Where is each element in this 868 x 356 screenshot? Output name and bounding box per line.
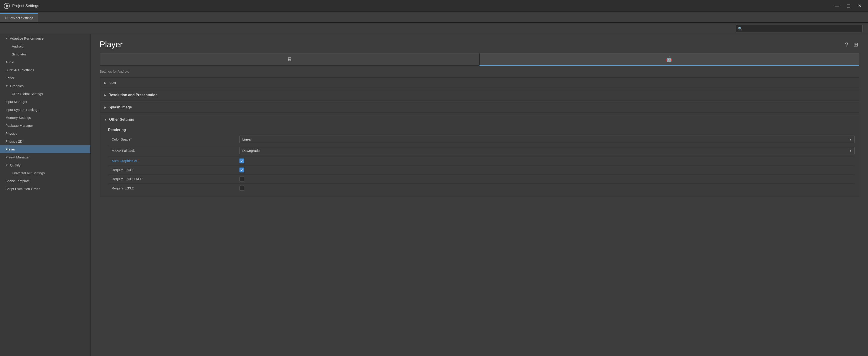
sidebar-item-label: Memory Settings: [5, 116, 31, 120]
platform-tab-pc[interactable]: 🖥: [100, 53, 479, 66]
sidebar-item-graphics[interactable]: ▼ Graphics: [0, 82, 90, 90]
sidebar-item-label: Physics: [5, 131, 17, 135]
sidebar-item-label: Input Manager: [5, 100, 27, 104]
pc-icon: 🖥: [287, 56, 292, 62]
section-resolution-header[interactable]: ▶ Resolution and Presentation: [100, 90, 859, 100]
setting-auto-graphics-api: Auto Graphics API: [108, 156, 855, 165]
sidebar-item-physics[interactable]: Physics: [0, 129, 90, 137]
sidebar-item-adaptive-performance[interactable]: ▼ Adaptive Performance: [0, 34, 90, 42]
sidebar-item-preset-manager[interactable]: Preset Manager: [0, 153, 90, 161]
layout-button[interactable]: ⊞: [852, 40, 859, 48]
sidebar-item-universal-rp[interactable]: Universal RP Settings: [0, 169, 90, 177]
title-bar-text: Project Settings: [12, 4, 39, 8]
color-space-dropdown[interactable]: Linear Gamma: [239, 136, 855, 143]
sidebar-item-label: Preset Manager: [5, 155, 30, 159]
sidebar-item-burst-aot[interactable]: Burst AOT Settings: [0, 66, 90, 74]
tab-label: Project Settings: [9, 16, 33, 20]
platform-tab-android[interactable]: 🤖: [479, 53, 859, 66]
sidebar-item-memory-settings[interactable]: Memory Settings: [0, 114, 90, 122]
sidebar-item-android[interactable]: Android: [0, 42, 90, 50]
section-other-header[interactable]: ▼ Other Settings: [100, 114, 859, 125]
sidebar-item-editor[interactable]: Editor: [0, 74, 90, 82]
gear-icon: ⚙: [4, 16, 8, 20]
section-arrow-icon: ▶: [104, 94, 106, 97]
sidebar-item-label: Adaptive Performance: [10, 36, 43, 40]
require-es31-checkbox[interactable]: [239, 167, 244, 172]
app-icon: [4, 3, 10, 9]
tab-bar: ⚙ Project Settings: [0, 12, 868, 23]
sidebar-item-label: Audio: [5, 60, 14, 64]
search-input[interactable]: [736, 25, 863, 32]
require-es32-value: [239, 186, 855, 191]
sidebar-item-label: URP Global Settings: [12, 92, 43, 96]
sidebar: ▼ Adaptive Performance Android Simulator…: [0, 34, 91, 356]
maximize-button[interactable]: ☐: [844, 3, 853, 9]
sidebar-item-label: Input System Package: [5, 108, 39, 111]
sidebar-item-simulator[interactable]: Simulator: [0, 50, 90, 58]
minimize-button[interactable]: —: [832, 3, 842, 9]
sidebar-item-label: Simulator: [12, 52, 26, 56]
section-resolution: ▶ Resolution and Presentation: [100, 90, 859, 100]
sidebar-item-script-execution[interactable]: Script Execution Order: [0, 185, 90, 193]
sidebar-item-urp-global[interactable]: URP Global Settings: [0, 90, 90, 98]
section-icon-label: Icon: [108, 81, 116, 85]
sidebar-item-input-system[interactable]: Input System Package: [0, 106, 90, 114]
auto-graphics-api-label[interactable]: Auto Graphics API: [108, 159, 235, 163]
auto-graphics-api-checkbox[interactable]: [239, 158, 244, 163]
msaa-fallback-label: MSAA Fallback: [108, 149, 235, 153]
svg-point-1: [6, 5, 8, 7]
require-es31-checkbox-wrap: [239, 167, 244, 172]
arrow-icon: ▼: [5, 37, 8, 40]
sidebar-item-player[interactable]: Player: [0, 145, 90, 153]
help-button[interactable]: ?: [844, 40, 849, 48]
main-layout: ▼ Adaptive Performance Android Simulator…: [0, 34, 868, 356]
require-es32-checkbox[interactable]: [239, 186, 244, 191]
sidebar-item-label: Android: [12, 44, 24, 48]
page-title: Player: [100, 40, 123, 49]
sidebar-item-input-manager[interactable]: Input Manager: [0, 98, 90, 106]
section-splash-header[interactable]: ▶ Splash Image: [100, 102, 859, 112]
content-header: Player ? ⊞: [91, 34, 868, 53]
sidebar-item-audio[interactable]: Audio: [0, 58, 90, 66]
require-es31-aep-checkbox-wrap: [239, 176, 244, 182]
title-bar-controls: — ☐ ✕: [832, 3, 864, 9]
section-other-content: Rendering Color Space* Linear Gamma ▼: [100, 125, 859, 196]
msaa-fallback-dropdown[interactable]: Downgrade Upgrade None: [239, 147, 855, 154]
sidebar-item-label: Physics 2D: [5, 139, 23, 143]
section-icon-header[interactable]: ▶ Icon: [100, 77, 859, 88]
platform-tabs: 🖥 🤖: [100, 53, 859, 66]
sidebar-item-label: Universal RP Settings: [12, 171, 45, 175]
color-space-dropdown-wrap: Linear Gamma ▼: [239, 136, 855, 143]
sidebar-item-label: Script Execution Order: [5, 187, 40, 191]
section-splash-label: Splash Image: [108, 105, 132, 109]
rendering-subtitle: Rendering: [108, 125, 855, 134]
arrow-icon: ▼: [5, 164, 8, 167]
section-resolution-label: Resolution and Presentation: [108, 93, 158, 97]
msaa-fallback-dropdown-wrap: Downgrade Upgrade None ▼: [239, 147, 855, 154]
sidebar-item-package-manager[interactable]: Package Manager: [0, 122, 90, 129]
section-icon: ▶ Icon: [100, 77, 859, 88]
close-button[interactable]: ✕: [855, 3, 864, 9]
require-es31-aep-checkbox[interactable]: [239, 176, 244, 182]
project-settings-tab[interactable]: ⚙ Project Settings: [0, 13, 38, 22]
sidebar-item-scene-template[interactable]: Scene Template: [0, 177, 90, 185]
content-area: Player ? ⊞ 🖥 🤖 Settings for Android ▶ Ic…: [91, 34, 868, 356]
setting-color-space: Color Space* Linear Gamma ▼: [108, 134, 855, 145]
color-space-value: Linear Gamma ▼: [239, 136, 855, 143]
arrow-icon: ▼: [5, 85, 8, 88]
color-space-label: Color Space*: [108, 137, 235, 141]
sidebar-item-physics-2d[interactable]: Physics 2D: [0, 137, 90, 145]
search-bar: 🔍: [0, 23, 868, 34]
sidebar-item-quality[interactable]: ▼ Quality: [0, 161, 90, 169]
sidebar-item-label: Scene Template: [5, 179, 30, 183]
settings-for-label: Settings for Android: [91, 66, 868, 76]
require-es32-label: Require ES3.2: [108, 186, 235, 190]
setting-require-es32: Require ES3.2: [108, 184, 855, 193]
search-icon: 🔍: [738, 26, 743, 31]
auto-graphics-api-value: [239, 158, 855, 163]
section-arrow-icon: ▶: [104, 106, 106, 109]
sidebar-item-label: Quality: [10, 163, 21, 167]
section-other-label: Other Settings: [109, 118, 134, 122]
require-es31-aep-value: [239, 176, 855, 182]
setting-msaa-fallback: MSAA Fallback Downgrade Upgrade None ▼: [108, 145, 855, 156]
